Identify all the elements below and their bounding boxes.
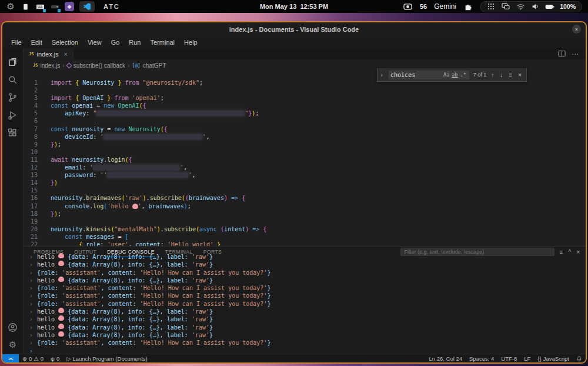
expand-chevron-icon[interactable]: › [29, 324, 37, 331]
debug-console-output[interactable]: ›hello {data: Array(8), info: {…}, label… [24, 253, 586, 354]
system-settings-icon[interactable]: ⚙ [6, 2, 15, 11]
find-in-selection-icon[interactable]: ≡ [507, 72, 513, 78]
code-editor[interactable]: 1import { Neurosity } from "@neurosity/s… [24, 71, 586, 246]
console-row[interactable]: ›{role: 'assistant', content: 'Hello! Ho… [29, 339, 586, 347]
expand-chevron-icon[interactable]: › [29, 261, 37, 268]
console-row[interactable]: ›{role: 'assistant', content: 'Hello! Ho… [29, 300, 586, 308]
extensions-icon[interactable] [4, 124, 22, 141]
search-icon[interactable] [4, 71, 22, 88]
menu-go[interactable]: Go [107, 38, 124, 47]
split-editor-icon[interactable] [558, 49, 566, 59]
console-row[interactable]: ›{role: 'assistant', content: 'Hello! Ho… [29, 292, 586, 300]
app-grid-icon[interactable] [486, 2, 496, 11]
code-line[interactable]: 5 apiKey: ""}); [24, 109, 586, 117]
expand-chevron-icon[interactable]: › [29, 308, 37, 315]
console-prompt-chevron-icon[interactable]: › [29, 347, 37, 354]
expand-chevron-icon[interactable]: › [29, 292, 37, 300]
breadcrumb-item[interactable]: chatGPT [143, 62, 166, 69]
expand-chevron-icon[interactable]: › [29, 284, 37, 292]
code-line[interactable]: 21 const messages = [ [24, 233, 586, 241]
menu-view[interactable]: View [83, 38, 106, 47]
console-row[interactable]: ›hello {data: Array(8), info: {…}, label… [29, 253, 586, 261]
find-input[interactable] [390, 72, 442, 78]
console-row[interactable]: ›hello {data: Array(8), info: {…}, label… [29, 308, 586, 315]
screen-share-icon[interactable] [501, 2, 510, 11]
code-line[interactable]: 15 [24, 187, 586, 194]
code-line[interactable]: 8 deviceId: '', [24, 133, 586, 141]
expand-chevron-icon[interactable]: › [29, 300, 37, 308]
console-row[interactable]: ›{role: 'assistant', content: 'Hello! Ho… [29, 269, 586, 277]
code-line[interactable]: 22 { role: 'user', content: 'Hello world… [24, 241, 586, 246]
source-control-icon[interactable] [4, 88, 22, 106]
cursor-position[interactable]: Ln 26, Col 24 [426, 355, 466, 362]
drive-icon[interactable] [50, 2, 59, 11]
eol-status[interactable]: LF [520, 355, 534, 362]
code-line[interactable]: 9}); [24, 141, 586, 148]
window-close-button[interactable]: × [572, 25, 581, 34]
notifications-bell-icon[interactable] [573, 355, 586, 362]
console-row[interactable]: ›{role: 'assistant', content: 'Hello! Ho… [29, 284, 586, 292]
settings-gear-icon[interactable]: ⚙ [4, 336, 22, 354]
code-line[interactable]: 19 [24, 218, 586, 225]
menu-terminal[interactable]: Terminal [146, 38, 179, 47]
gemini-label[interactable]: Gemini [434, 2, 456, 11]
recording-indicator-icon[interactable] [403, 2, 413, 11]
console-row[interactable]: › [29, 347, 586, 354]
code-line[interactable]: 12 email: '', [24, 164, 586, 171]
tab-index-js[interactable]: JS index.js × [24, 48, 74, 60]
menu-help[interactable]: Help [180, 38, 202, 47]
code-line[interactable]: 2 [24, 86, 586, 94]
console-row[interactable]: ›hello {data: Array(8), info: {…}, label… [29, 277, 586, 284]
remote-indicator[interactable]: >< [2, 354, 19, 363]
find-toggle-replace-icon[interactable]: › [379, 71, 385, 78]
ports-indicator[interactable]: ψ0 [47, 355, 63, 362]
whole-word-icon[interactable]: ab [450, 71, 459, 78]
code-line[interactable]: 17 console.log('hello ', brainwaves); [24, 202, 586, 210]
focused-app-title[interactable]: ATC [103, 3, 120, 10]
expand-chevron-icon[interactable]: › [29, 331, 37, 339]
expand-chevron-icon[interactable]: › [29, 339, 37, 347]
console-row[interactable]: ›hello {data: Array(8), info: {…}, label… [29, 261, 586, 268]
account-icon[interactable] [4, 318, 22, 336]
purple-app-icon[interactable]: ◆ [65, 2, 74, 11]
code-line[interactable]: 16neurosity.brainwaves('raw').subscribe(… [24, 194, 586, 202]
run-debug-icon[interactable] [4, 106, 22, 124]
language-mode[interactable]: {} JavaScript [534, 355, 573, 362]
code-line[interactable]: 13 password: ''', [24, 171, 586, 179]
code-line[interactable]: 18}); [24, 210, 586, 218]
code-line[interactable]: 7const neurosity = new Neurosity({ [24, 125, 586, 133]
extension-puzzle-icon[interactable] [463, 2, 473, 11]
find-previous-icon[interactable]: ↑ [490, 72, 495, 78]
active-app-slot[interactable] [79, 1, 95, 12]
system-tray[interactable]: 100% [480, 1, 582, 12]
window-icon[interactable] [21, 2, 30, 11]
code-line[interactable]: 14}) [24, 179, 586, 187]
expand-chevron-icon[interactable]: › [29, 269, 37, 277]
code-line[interactable]: 11await neurosity.login({ [24, 156, 586, 164]
regex-icon[interactable]: .* [459, 71, 467, 78]
console-row[interactable]: ›hello {data: Array(8), info: {…}, label… [29, 331, 586, 339]
code-line[interactable]: 20neurosity.kinesis("mentalMath").subscr… [24, 225, 586, 233]
console-row[interactable]: ›hello {data: Array(8), info: {…}, label… [29, 315, 586, 323]
breadcrumb-item[interactable]: index.js [40, 62, 60, 69]
more-actions-icon[interactable]: ⋯ [572, 50, 579, 58]
expand-chevron-icon[interactable]: › [29, 315, 37, 323]
titlebar[interactable]: index.js - Documents - Visual Studio Cod… [2, 22, 586, 36]
explorer-icon[interactable] [4, 53, 22, 71]
code-line[interactable]: 6 [24, 117, 586, 125]
code-line[interactable]: 4const openai = new OpenAI({ [24, 102, 586, 109]
keyboard-icon[interactable] [35, 2, 45, 11]
volume-icon[interactable] [530, 2, 540, 11]
tab-close-icon[interactable]: × [64, 51, 68, 58]
menu-edit[interactable]: Edit [27, 38, 46, 47]
launch-program-button[interactable]: ▷Launch Program (Documents) [63, 355, 151, 362]
indentation-status[interactable]: Spaces: 4 [466, 355, 497, 362]
encoding-status[interactable]: UTF-8 [497, 355, 520, 362]
problems-status[interactable]: ⊗0 ⚠0 [19, 355, 47, 362]
code-line[interactable]: 3import { OpenAI } from 'openai'; [24, 94, 586, 102]
breadcrumb-item[interactable]: subscribe() callback [74, 62, 125, 69]
menu-file[interactable]: File [7, 38, 26, 47]
match-case-icon[interactable]: Aa [442, 71, 450, 78]
expand-chevron-icon[interactable]: › [29, 277, 37, 284]
menu-selection[interactable]: Selection [48, 38, 82, 47]
